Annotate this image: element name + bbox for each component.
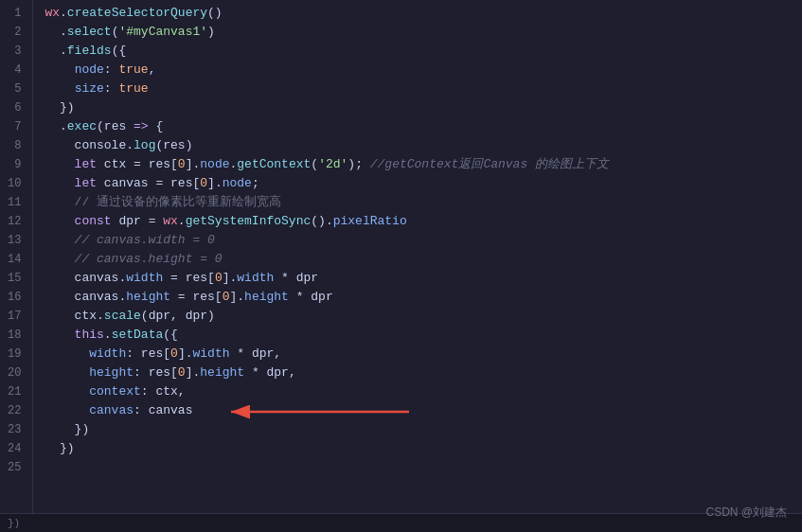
- code-line: canvas.width = res[0].width * dpr: [45, 269, 802, 288]
- code-line: .select('#myCanvas1'): [45, 23, 802, 42]
- code-line: // canvas.height = 0: [45, 250, 802, 269]
- code-line: console.log(res): [45, 136, 802, 155]
- code-line: const dpr = wx.getSystemInfoSync().pixel…: [45, 212, 802, 231]
- code-line: node: true,: [45, 61, 802, 80]
- code-line: }): [45, 439, 802, 458]
- line-numbers: 1 2 3 4 5 6 7 8 9 10 11 12 13 14 15 16 1…: [0, 0, 33, 532]
- code-line: context: ctx,: [45, 382, 802, 401]
- code-area: 1 2 3 4 5 6 7 8 9 10 11 12 13 14 15 16 1…: [0, 0, 802, 532]
- code-content: wx.createSelectorQuery() .select('#myCan…: [33, 0, 802, 532]
- bottom-bar-content: }): [8, 518, 20, 529]
- code-line: }): [45, 420, 802, 439]
- code-line: }): [45, 98, 802, 117]
- code-line: [45, 458, 802, 477]
- code-line: size: true: [45, 80, 802, 98]
- code-line: ctx.scale(dpr, dpr): [45, 307, 802, 326]
- code-editor: 1 2 3 4 5 6 7 8 9 10 11 12 13 14 15 16 1…: [0, 0, 802, 532]
- code-line: height: res[0].height * dpr,: [45, 364, 802, 382]
- code-line: let ctx = res[0].node.getContext('2d'); …: [45, 155, 802, 174]
- code-line: // 通过设备的像素比等重新绘制宽高: [45, 193, 802, 212]
- code-line: // canvas.width = 0: [45, 231, 802, 250]
- bottom-bar: }): [0, 513, 802, 532]
- code-line: wx.createSelectorQuery(): [45, 4, 802, 23]
- code-line-canvas: canvas: canvas: [45, 401, 802, 420]
- code-line: this.setData({: [45, 326, 802, 345]
- watermark: CSDN @刘建杰: [705, 505, 787, 521]
- code-line: width: res[0].width * dpr,: [45, 345, 802, 364]
- code-line: canvas.height = res[0].height * dpr: [45, 288, 802, 307]
- code-line: .fields({: [45, 42, 802, 61]
- code-line: .exec(res => {: [45, 117, 802, 136]
- code-line: let canvas = res[0].node;: [45, 174, 802, 193]
